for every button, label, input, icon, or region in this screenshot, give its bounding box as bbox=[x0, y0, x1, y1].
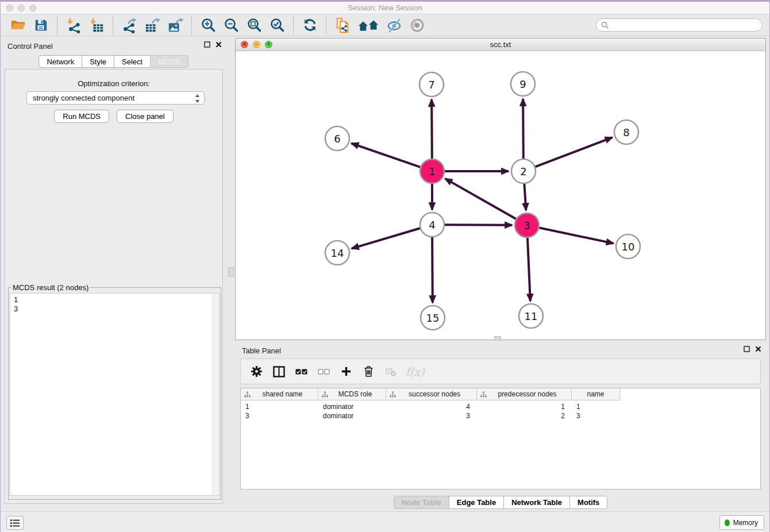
delete-column-button[interactable] bbox=[361, 364, 376, 379]
import-network-icon bbox=[66, 17, 82, 33]
edge-3-10[interactable] bbox=[539, 228, 614, 243]
export-network-button[interactable] bbox=[121, 16, 138, 34]
open-session-button[interactable] bbox=[9, 16, 26, 34]
delete-table-icon bbox=[385, 367, 396, 377]
open-folder-icon bbox=[10, 17, 26, 33]
zoom-out-icon bbox=[224, 17, 239, 33]
horizontal-splitter-handle[interactable] bbox=[494, 336, 501, 341]
control-panel-title: Control Panel bbox=[7, 42, 53, 51]
column-header-successor-nodes[interactable]: successor nodes bbox=[386, 388, 477, 400]
edge-4-3[interactable] bbox=[444, 225, 512, 225]
optimization-criterion-label: Optimization criterion: bbox=[5, 79, 222, 88]
window-title: Session: New Session bbox=[1, 3, 769, 12]
criterion-select[interactable]: strongly connected component bbox=[26, 91, 205, 105]
clone-network-button[interactable] bbox=[334, 16, 351, 34]
tab-node-table[interactable]: Node Table bbox=[394, 496, 449, 509]
network-graph[interactable]: 7968124314101511 bbox=[236, 51, 765, 340]
show-columns-button[interactable] bbox=[271, 364, 286, 379]
table-panel-tabs: Node Table Edge Table Network Table Moti… bbox=[235, 496, 766, 509]
edge-3-11[interactable] bbox=[528, 237, 530, 301]
select-stepper-icon bbox=[195, 94, 200, 105]
toolbar-separator bbox=[113, 16, 113, 34]
tab-network[interactable]: Network bbox=[38, 55, 82, 68]
import-table-button[interactable] bbox=[88, 16, 105, 34]
mcds-result-text[interactable]: 13 bbox=[10, 293, 220, 496]
select-all-button[interactable] bbox=[294, 364, 309, 379]
deselect-all-button[interactable] bbox=[316, 364, 331, 379]
network-window-titlebar[interactable]: ✕ − + scc.txt bbox=[236, 38, 765, 51]
import-network-button[interactable] bbox=[65, 16, 82, 34]
table-cell: 1 bbox=[572, 403, 620, 411]
node-label-4: 4 bbox=[429, 219, 435, 231]
edge-2-9[interactable] bbox=[523, 99, 523, 159]
column-header-mcds-role[interactable]: MCDS role bbox=[318, 388, 386, 400]
table-cell: 3 bbox=[386, 412, 477, 420]
vertical-splitter-handle[interactable] bbox=[228, 267, 234, 277]
close-table-panel-icon[interactable] bbox=[755, 346, 761, 352]
search-input[interactable] bbox=[612, 20, 762, 30]
edge-1-7[interactable] bbox=[432, 99, 432, 159]
export-image-button[interactable] bbox=[167, 16, 184, 34]
delete-table-button[interactable] bbox=[383, 364, 398, 379]
float-panel-icon[interactable] bbox=[204, 41, 210, 48]
close-panel-icon[interactable] bbox=[215, 41, 222, 48]
zoom-in-button[interactable] bbox=[199, 16, 217, 34]
function-builder-button[interactable]: f(x) bbox=[406, 364, 425, 379]
import-table-icon bbox=[88, 17, 105, 33]
table-settings-button[interactable] bbox=[249, 364, 264, 379]
zoom-selected-button[interactable] bbox=[268, 16, 286, 34]
tab-select[interactable]: Select bbox=[114, 55, 151, 68]
run-mcds-button[interactable]: Run MCDS bbox=[54, 110, 109, 123]
column-header-predecessor-nodes[interactable]: predecessor nodes bbox=[477, 388, 572, 400]
column-header-name[interactable]: name bbox=[572, 388, 620, 400]
add-column-button[interactable] bbox=[338, 364, 353, 379]
table-panel-title: Table Panel bbox=[242, 346, 281, 355]
eye-disabled-icon bbox=[410, 18, 425, 33]
criterion-value: strongly connected component bbox=[33, 94, 134, 102]
tab-motifs[interactable]: Motifs bbox=[569, 496, 607, 509]
float-table-panel-icon[interactable] bbox=[744, 346, 750, 352]
column-header-shared-name[interactable]: shared name bbox=[241, 388, 318, 400]
export-table-button[interactable] bbox=[144, 16, 161, 34]
task-history-button[interactable] bbox=[6, 516, 24, 530]
result-scrollbar[interactable] bbox=[212, 294, 219, 495]
table-row[interactable]: 1dominator411 bbox=[241, 402, 760, 411]
status-bar: Memory bbox=[1, 511, 769, 532]
mcds-result-title: MCDS result (2 nodes) bbox=[11, 283, 90, 292]
edge-2-8[interactable] bbox=[535, 137, 613, 167]
zoom-fit-button[interactable] bbox=[245, 16, 263, 34]
show-eye-button[interactable] bbox=[409, 16, 426, 34]
table-row[interactable]: 3dominator323 bbox=[241, 411, 760, 421]
edge-4-15[interactable] bbox=[432, 237, 433, 303]
zoom-out-button[interactable] bbox=[222, 16, 240, 34]
zoom-fit-icon bbox=[247, 17, 262, 33]
network-view-window: ✕ − + scc.txt 7968124314101511 bbox=[235, 38, 766, 340]
home-icon bbox=[357, 18, 379, 33]
network-canvas[interactable]: 7968124314101511 bbox=[236, 51, 765, 340]
save-session-button[interactable] bbox=[32, 16, 49, 34]
tab-edge-table[interactable]: Edge Table bbox=[449, 496, 504, 509]
search-icon bbox=[601, 21, 609, 29]
tab-mcds[interactable]: MCDS bbox=[150, 55, 188, 68]
node-label-1: 1 bbox=[429, 165, 435, 178]
table-cell: 3 bbox=[241, 412, 318, 420]
table-cell: 4 bbox=[386, 403, 477, 411]
edge-1-6[interactable] bbox=[352, 143, 421, 167]
edge-2-3[interactable] bbox=[524, 183, 526, 210]
table-cell: dominator bbox=[318, 412, 386, 420]
search-box[interactable] bbox=[596, 18, 763, 32]
hide-eye-button[interactable] bbox=[386, 16, 403, 34]
tab-network-table[interactable]: Network Table bbox=[503, 496, 570, 509]
hierarchy-icon bbox=[390, 391, 396, 398]
close-panel-button[interactable]: Close panel bbox=[117, 110, 174, 123]
task-list-icon bbox=[10, 519, 20, 527]
hierarchy-icon bbox=[244, 391, 251, 398]
toolbar-separator bbox=[326, 16, 326, 34]
edge-3-1[interactable] bbox=[445, 179, 517, 219]
memory-button[interactable]: Memory bbox=[719, 515, 764, 530]
edge-4-14[interactable] bbox=[352, 228, 421, 249]
columns-icon bbox=[273, 366, 285, 377]
tab-style[interactable]: Style bbox=[82, 55, 114, 68]
refresh-layout-button[interactable] bbox=[301, 16, 318, 34]
home-view-button[interactable] bbox=[357, 16, 380, 34]
